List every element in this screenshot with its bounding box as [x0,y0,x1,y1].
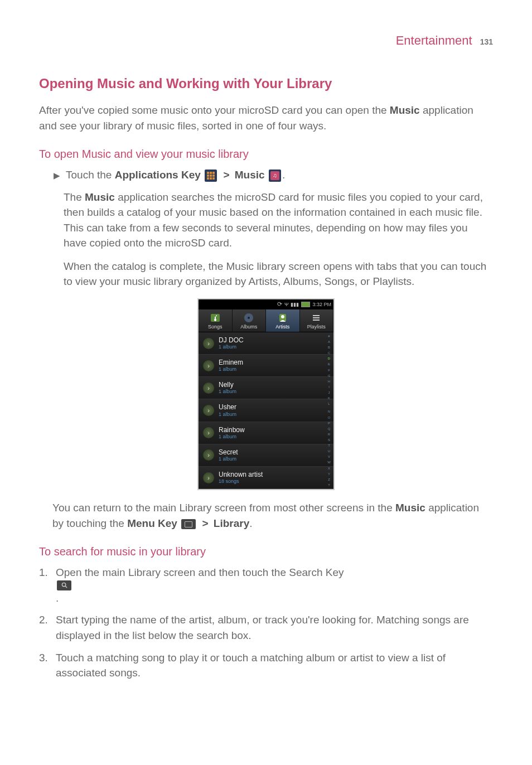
step-3-num: 3. [39,650,51,681]
step-touch-apps: ▶ Touch the Applications Key > Music ♫. [54,167,493,183]
idx: K [326,396,332,400]
artist-name: Secret [219,449,238,456]
chevron-right-icon: › [203,472,214,483]
svg-rect-0 [207,172,209,174]
menu-key-icon [181,519,196,529]
applications-key-icon [205,170,217,182]
svg-rect-2 [212,172,215,174]
library-label: Library [214,517,249,529]
idx: W [326,461,332,464]
list-item[interactable]: › Eminem 1 album [199,355,333,377]
idx: Q [326,427,332,430]
idx: F [326,369,332,372]
chevron-right-icon: › [203,382,214,394]
page-number: 131 [480,37,493,46]
idx: B [326,346,332,349]
artist-sub: 1 album [219,456,238,462]
menu-key-label: Menu Key [127,517,177,529]
music-label: Music [235,169,265,181]
artist-name: Eminem [219,359,243,366]
battery-icon [301,302,310,307]
artist-name: Unknown artist [219,471,263,478]
chevron-right-icon: › [203,405,214,416]
signal-icon: ▮▮▮ [291,302,299,307]
idx: L [326,402,332,405]
usb-icon: Ψ [284,302,289,307]
tab-playlists[interactable]: Playlists [300,309,334,332]
step-3: 3. Touch a matching song to play it or t… [39,650,493,681]
svg-rect-1 [210,172,212,174]
return-pre: You can return to the main Library scree… [52,502,395,514]
intro-paragraph: After you've copied some music onto your… [39,103,493,133]
svg-rect-4 [210,175,212,177]
tab-albums-label: Albums [240,324,257,330]
page-header: Entertainment 131 [39,33,493,48]
idx: A [326,340,332,343]
tab-artists[interactable]: Artists [266,309,300,332]
idx: D [326,357,332,360]
period-2: . [249,517,252,529]
step-3-text: Touch a matching song to play it or touc… [56,650,493,681]
artist-name: DJ DOC [219,337,244,344]
phone-artist-list: › DJ DOC 1 album › Eminem 1 album › Nell… [199,332,333,489]
idx: Y [326,472,332,476]
idx: # [326,335,332,338]
search-key-icon [57,580,71,590]
bullet-arrow-icon: ▶ [54,171,60,181]
applications-key-label: Applications Key [115,169,201,181]
idx: X [326,467,332,470]
step-2: 2. Start typing the name of the artist, … [39,612,493,643]
idx: N [326,410,332,413]
idx: ? [326,483,332,487]
status-bar: ⟳ Ψ ▮▮▮ 3:32 PM [199,299,333,309]
search-post: application searches the microSD card fo… [64,191,483,249]
artist-sub: 18 songs [219,478,263,484]
alpha-index[interactable]: # A B C D E F G H I J K L N O P Q R S T [326,335,332,487]
artist-sub: 1 album [219,411,236,417]
artists-icon [277,313,288,323]
tab-albums[interactable]: Albums [233,309,267,332]
artist-sub: 1 album [219,366,243,372]
phone-screenshot: ⟳ Ψ ▮▮▮ 3:32 PM Songs Albums Artists Pla… [197,298,335,490]
playlists-icon [311,313,322,323]
para-return-library: You can return to the main Library scree… [52,500,493,531]
chevron-right-icon: › [203,449,214,461]
list-item[interactable]: › Usher 1 album [199,399,333,422]
artist-sub: 1 album [219,344,244,350]
sync-icon: ⟳ [277,301,282,308]
para-music-search: The Music application searches the micro… [64,190,493,251]
list-item[interactable]: › Unknown artist 18 songs [199,467,333,489]
search-music-label: Music [85,191,115,203]
tab-artists-label: Artists [275,324,289,330]
gt-2: > [199,517,211,529]
artist-name: Nelly [219,381,236,389]
music-icon: ♫ [269,170,281,182]
list-item[interactable]: › Nelly 1 album [199,377,333,399]
list-item[interactable]: › Secret 1 album [199,444,333,467]
heading-opening-music: Opening Music and Working with Your Libr… [39,76,493,91]
idx: J [326,391,332,394]
idx: H [326,380,332,383]
phone-tabs: Songs Albums Artists Playlists [199,309,333,332]
svg-point-17 [62,583,65,587]
search-pre: The [64,191,85,203]
artist-name: Usher [219,404,236,411]
idx: R [326,433,332,436]
svg-rect-6 [207,177,209,180]
intro-text-1: After you've copied some music onto your… [39,104,390,116]
svg-rect-7 [210,177,212,180]
step-touch-prefix: Touch the [66,169,115,181]
section-title: Entertainment [396,33,472,48]
idx: S [326,438,332,442]
chevron-right-icon: › [203,360,214,371]
svg-line-18 [65,587,67,588]
list-item[interactable]: › DJ DOC 1 album [199,332,333,355]
artist-name: Rainbow [219,427,245,434]
step-2-text: Start typing the name of the artist, alb… [56,612,493,643]
tab-songs[interactable]: Songs [199,309,233,332]
list-item[interactable]: › Rainbow 1 album [199,422,333,444]
step-1-num: 1. [39,565,51,606]
step-1-pre: Open the main Library screen and then to… [56,567,289,578]
return-music-label: Music [395,502,425,514]
albums-icon [243,313,254,323]
